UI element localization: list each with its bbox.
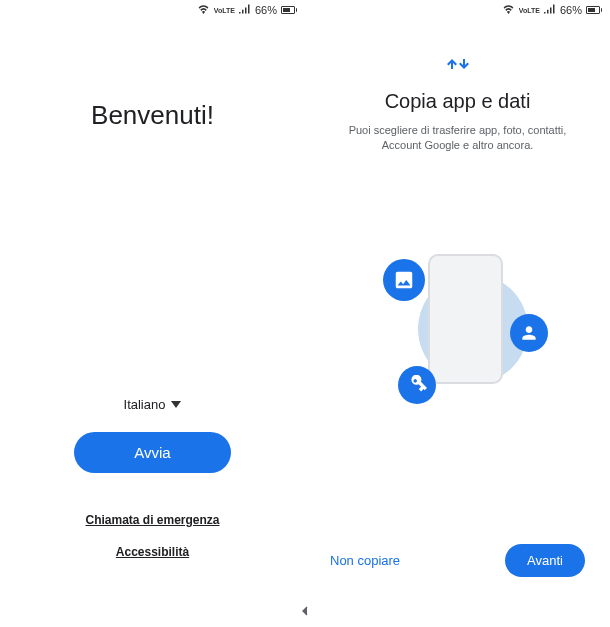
welcome-title: Benvenuti! <box>0 100 305 131</box>
copy-data-screen: VoLTE 66% Copia app e dati Puoi sceglier… <box>305 0 610 627</box>
signal-icon <box>239 4 251 16</box>
phone-illustration <box>428 254 503 384</box>
copy-subtitle: Puoi scegliere di trasferire app, foto, … <box>325 123 590 154</box>
battery-percent: 66% <box>255 4 277 16</box>
photo-icon <box>383 259 425 301</box>
wifi-icon <box>502 4 515 16</box>
emergency-call-link[interactable]: Chiamata di emergenza <box>0 513 305 527</box>
status-bar-right: VoLTE 66% <box>305 0 610 20</box>
person-icon <box>510 314 548 352</box>
battery-percent: 66% <box>560 4 582 16</box>
nav-bar <box>0 599 610 627</box>
wifi-icon <box>197 4 210 16</box>
lte-icon: VoLTE <box>214 7 235 14</box>
key-icon <box>398 366 436 404</box>
copy-title: Copia app e dati <box>325 90 590 113</box>
illustration <box>368 244 548 414</box>
welcome-screen: VoLTE 66% Benvenuti! Italiano Avvia Chia… <box>0 0 305 627</box>
signal-icon <box>544 4 556 16</box>
start-button[interactable]: Avvia <box>74 432 230 473</box>
skip-button[interactable]: Non copiare <box>330 553 400 568</box>
lte-icon: VoLTE <box>519 7 540 14</box>
language-label: Italiano <box>124 397 166 412</box>
battery-icon <box>281 6 295 14</box>
next-button[interactable]: Avanti <box>505 544 585 577</box>
battery-icon <box>586 6 600 14</box>
transfer-icon <box>325 55 590 78</box>
status-bar-left: VoLTE 66% <box>0 0 305 20</box>
dropdown-icon <box>171 401 181 408</box>
back-icon[interactable] <box>297 603 313 624</box>
language-selector[interactable]: Italiano <box>124 397 182 412</box>
accessibility-link[interactable]: Accessibilità <box>0 545 305 559</box>
